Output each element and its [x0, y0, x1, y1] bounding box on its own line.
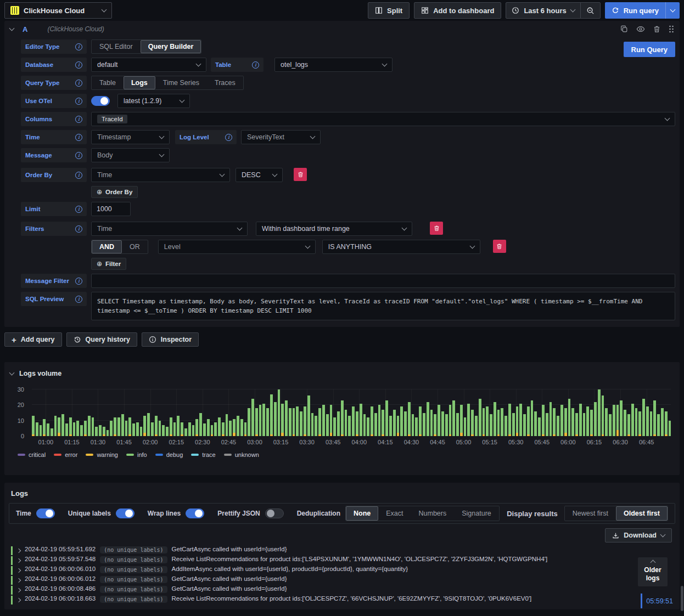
- time-range-zoom-out-button[interactable]: [581, 3, 600, 18]
- order-by-direction-select[interactable]: DESC: [236, 168, 283, 182]
- limit-input[interactable]: [91, 202, 131, 216]
- info-icon[interactable]: [75, 43, 82, 50]
- unique-labels-toggle[interactable]: [116, 508, 134, 518]
- add-to-dashboard-button[interactable]: Add to dashboard: [414, 2, 501, 19]
- info-icon[interactable]: [75, 116, 82, 123]
- column-chip-traceid[interactable]: TraceId: [97, 115, 127, 123]
- message-filter-input[interactable]: [91, 274, 675, 288]
- add-query-button[interactable]: + Add query: [4, 332, 62, 347]
- info-icon[interactable]: [75, 278, 82, 285]
- conjunction-or[interactable]: OR: [122, 240, 148, 253]
- chevron-right-icon[interactable]: [16, 578, 21, 583]
- query-row-header[interactable]: A (ClickHouse Cloud): [4, 21, 680, 37]
- filter-field-select[interactable]: Time: [91, 222, 248, 236]
- log-row[interactable]: 2024-02-19 06:00:18.663(no unique labels…: [11, 595, 676, 605]
- wrap-lines-toggle[interactable]: [186, 508, 204, 518]
- dedup-exact[interactable]: Exact: [378, 506, 411, 521]
- prettify-json-toggle[interactable]: [265, 508, 284, 518]
- display-oldest-first[interactable]: Oldest first: [616, 506, 668, 521]
- duplicate-query-icon[interactable]: [620, 25, 628, 33]
- legend-item-error[interactable]: error: [54, 451, 77, 458]
- hide-response-eye-icon[interactable]: [636, 25, 645, 33]
- query-type-logs[interactable]: Logs: [124, 76, 155, 89]
- query-type-time-series[interactable]: Time Series: [155, 76, 207, 89]
- query-history-button[interactable]: Query history: [66, 332, 137, 347]
- legend-item-warning[interactable]: warning: [86, 451, 118, 458]
- logs-volume-header[interactable]: Logs volume: [10, 368, 674, 380]
- message-column-select[interactable]: Body: [91, 148, 170, 162]
- log-row[interactable]: 2024-02-19 06:00:06.012(no unique labels…: [11, 575, 676, 585]
- run-query-options-button[interactable]: [665, 2, 680, 19]
- info-icon[interactable]: [75, 80, 82, 87]
- chevron-right-icon[interactable]: [16, 558, 21, 563]
- builder-run-query-button[interactable]: Run Query: [624, 42, 675, 57]
- filter-operator-select[interactable]: Within dashboard time range: [256, 222, 412, 236]
- volume-bar: [110, 421, 113, 436]
- legend-item-unknown[interactable]: unknown: [224, 451, 259, 458]
- dedup-signature[interactable]: Signature: [454, 506, 499, 521]
- datasource-picker[interactable]: ClickHouse Cloud: [4, 2, 112, 19]
- remove-order-by-button[interactable]: [294, 168, 307, 181]
- info-icon[interactable]: [75, 98, 82, 105]
- info-icon[interactable]: [75, 172, 82, 179]
- chevron-right-icon[interactable]: [16, 549, 21, 553]
- drag-handle-icon[interactable]: [669, 25, 674, 33]
- otel-version-select[interactable]: latest (1.2.9): [117, 94, 190, 108]
- editor-type-switcher: SQL Editor Query Builder: [91, 39, 201, 54]
- add-filter-button[interactable]: ⊕ Filter: [91, 258, 126, 270]
- log-row[interactable]: 2024-02-19 06:00:06.010(no unique labels…: [11, 566, 676, 575]
- remove-query-trash-icon[interactable]: [653, 25, 660, 33]
- log-row[interactable]: 2024-02-19 05:59:51.692(no unique labels…: [11, 546, 676, 556]
- download-button[interactable]: Download: [605, 528, 672, 542]
- editor-type-sql-editor[interactable]: SQL Editor: [92, 40, 141, 53]
- volume-bar: [661, 408, 664, 436]
- chevron-right-icon[interactable]: [16, 588, 21, 592]
- use-otel-toggle[interactable]: [91, 96, 110, 106]
- order-by-field-select[interactable]: Time: [91, 168, 230, 182]
- sql-preview-text[interactable]: SELECT Timestamp as timestamp, Body as b…: [91, 292, 675, 320]
- display-newest-first[interactable]: Newest first: [565, 506, 616, 521]
- legend-item-critical[interactable]: critical: [18, 451, 46, 458]
- query-type-table[interactable]: Table: [92, 76, 124, 89]
- log-row[interactable]: 2024-02-19 06:00:08.486(no unique labels…: [11, 585, 676, 595]
- info-icon[interactable]: [75, 61, 82, 69]
- info-icon[interactable]: [75, 152, 82, 159]
- editor-type-query-builder[interactable]: Query Builder: [141, 40, 201, 53]
- older-logs-button[interactable]: Older logs: [638, 557, 668, 586]
- split-button[interactable]: Split: [368, 2, 410, 19]
- filter2-field-select[interactable]: Level: [158, 240, 316, 254]
- remove-filter-button[interactable]: [430, 222, 443, 235]
- info-icon[interactable]: [75, 225, 82, 233]
- filter2-operator-select[interactable]: IS ANYTHING: [322, 240, 480, 254]
- info-icon[interactable]: [225, 134, 232, 141]
- add-order-by-button[interactable]: ⊕ Order By: [91, 186, 138, 198]
- chevron-right-icon[interactable]: [16, 568, 21, 573]
- columns-multiselect[interactable]: TraceId: [91, 112, 675, 126]
- remove-filter2-button[interactable]: [493, 240, 506, 253]
- y-axis-labels: 0102030: [10, 389, 27, 436]
- query-type-traces[interactable]: Traces: [207, 76, 243, 89]
- dedup-none[interactable]: None: [346, 506, 378, 521]
- chevron-right-icon[interactable]: [16, 598, 21, 602]
- legend-item-debug[interactable]: debug: [155, 451, 183, 458]
- info-icon[interactable]: [75, 296, 82, 303]
- info-icon[interactable]: [75, 134, 82, 141]
- inspector-button[interactable]: Inspector: [142, 332, 199, 347]
- run-query-button[interactable]: Run query: [605, 2, 665, 19]
- table-select[interactable]: otel_logs: [274, 58, 393, 72]
- log-level-select[interactable]: SeverityText: [241, 130, 321, 144]
- info-icon[interactable]: [252, 61, 259, 69]
- conjunction-and[interactable]: AND: [92, 240, 122, 253]
- legend-item-trace[interactable]: trace: [191, 451, 215, 458]
- legend-item-info[interactable]: info: [126, 451, 147, 458]
- time-column-select[interactable]: Timestamp: [91, 130, 170, 144]
- info-icon[interactable]: [75, 206, 82, 213]
- x-tick-label: 03:45: [326, 439, 341, 445]
- volume-bar: [579, 404, 582, 437]
- page-scrollbar-thumb[interactable]: [681, 586, 683, 611]
- log-row[interactable]: 2024-02-19 05:59:57.548(no unique labels…: [11, 556, 676, 566]
- time-toggle[interactable]: [36, 508, 55, 518]
- dedup-numbers[interactable]: Numbers: [411, 506, 455, 521]
- database-select[interactable]: default: [91, 58, 206, 72]
- time-range-picker[interactable]: Last 6 hours: [506, 3, 580, 18]
